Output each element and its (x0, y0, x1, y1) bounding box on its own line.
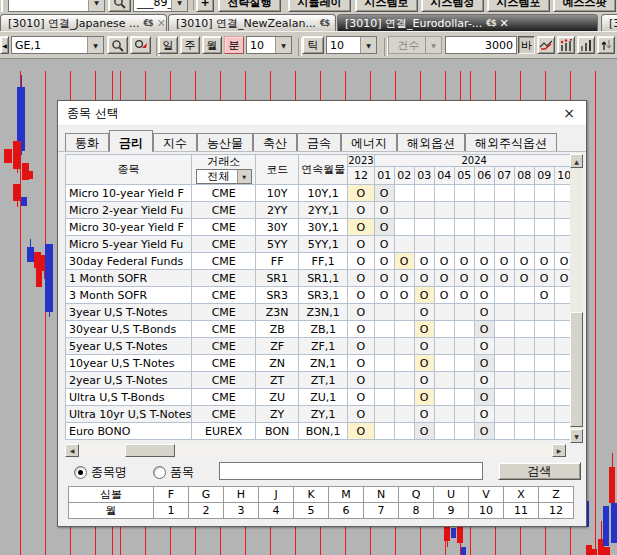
scroll-left-button[interactable]: ◀ (0, 36, 9, 54)
contract-name-cell[interactable]: 3 Month SOFR (66, 287, 192, 304)
continuous-cell[interactable]: SR1,1 (299, 270, 348, 287)
month-cell[interactable] (454, 338, 474, 355)
continuous-cell[interactable]: 30Y,1 (299, 219, 348, 236)
code-cell[interactable]: 30Y (256, 219, 299, 236)
month-cell[interactable] (434, 372, 454, 389)
month-cell[interactable] (534, 321, 554, 338)
category-tab-4[interactable]: 축산 (253, 133, 297, 151)
month-cell[interactable] (514, 389, 534, 406)
month-cell[interactable] (454, 304, 474, 321)
chevron-down-icon[interactable]: ▼ (88, 0, 104, 11)
month-cell[interactable] (454, 389, 474, 406)
contract-name-cell[interactable]: Micro 10-year Yield F (66, 185, 192, 202)
month-cell[interactable] (434, 321, 454, 338)
category-tab-6[interactable]: 에너지 (341, 133, 397, 151)
month-cell[interactable] (494, 389, 514, 406)
chevron-down-icon[interactable]: ▼ (171, 0, 187, 11)
month-cell[interactable] (394, 304, 414, 321)
month-cell[interactable]: O (348, 338, 374, 355)
month-cell[interactable]: O (414, 423, 434, 440)
month-cell[interactable]: O (454, 270, 474, 287)
month-cell[interactable] (374, 338, 394, 355)
month-cell[interactable]: O (414, 338, 434, 355)
month-cell[interactable]: O (348, 304, 374, 321)
month-cell[interactable]: O (374, 219, 394, 236)
code-cell[interactable]: 5YY (256, 236, 299, 253)
month-cell[interactable] (454, 202, 474, 219)
continuous-cell[interactable]: Z3N,1 (299, 304, 348, 321)
month-cell[interactable]: O (474, 321, 494, 338)
exchange-cell[interactable]: CME (192, 338, 256, 355)
exchange-cell[interactable]: CME (192, 202, 256, 219)
month-cell[interactable]: O (414, 321, 434, 338)
month-cell[interactable] (534, 338, 554, 355)
chevron-down-icon[interactable]: ▼ (237, 170, 251, 183)
month-cell[interactable]: O (474, 423, 494, 440)
top-toolbar-button-0[interactable]: 전략실행 (218, 0, 281, 12)
window-tab-1[interactable]: [3010] 연결_NewZealan...€$✕ (168, 14, 336, 31)
month-cell[interactable]: O (474, 355, 494, 372)
code-combo[interactable]: ___89_6 ▼ (133, 0, 188, 12)
month-cell[interactable] (534, 423, 554, 440)
month-cell[interactable] (434, 219, 454, 236)
code-cell[interactable]: 2YY (256, 202, 299, 219)
month-cell[interactable] (534, 372, 554, 389)
contract-name-cell[interactable]: Ultra 10yr U,S T-Notes (66, 406, 192, 423)
month-cell[interactable] (394, 355, 414, 372)
top-toolbar-button-2[interactable]: 시스템보 (355, 0, 418, 12)
contract-name-cell[interactable]: 5year U,S T-Notes (66, 338, 192, 355)
continuous-cell[interactable]: SR3,1 (299, 287, 348, 304)
chevron-down-icon[interactable]: ▼ (275, 37, 291, 53)
continuous-cell[interactable]: ZU,1 (299, 389, 348, 406)
window-tab-2[interactable]: [3010] 연결_Eurodollar-...€$✕ (337, 14, 598, 31)
month-cell[interactable]: O (474, 372, 494, 389)
month-cell[interactable] (434, 185, 454, 202)
top-toolbar-button-5[interactable]: 예스스팟 (553, 0, 616, 12)
month-cell[interactable] (534, 236, 554, 253)
code-cell[interactable]: ZT (256, 372, 299, 389)
code-cell[interactable]: ZU (256, 389, 299, 406)
month-cell[interactable] (414, 202, 434, 219)
month-cell[interactable] (514, 423, 534, 440)
month-cell[interactable] (374, 304, 394, 321)
trendline-tool-button[interactable] (537, 36, 555, 54)
scroll-up-icon[interactable]: ▲ (570, 154, 583, 168)
close-icon[interactable]: ✕ (157, 17, 166, 30)
month-cell[interactable] (434, 355, 454, 372)
exchange-cell[interactable]: CME (192, 355, 256, 372)
month-cell[interactable] (454, 219, 474, 236)
scroll-down-icon[interactable]: ▼ (570, 429, 583, 443)
month-cell[interactable]: O (534, 270, 554, 287)
exchange-cell[interactable]: CME (192, 406, 256, 423)
chevron-down-icon[interactable]: ▼ (360, 37, 376, 53)
month-cell[interactable]: O (348, 219, 374, 236)
month-cell[interactable] (434, 338, 454, 355)
month-cell[interactable]: O (474, 270, 494, 287)
month-cell[interactable]: O (374, 253, 394, 270)
month-cell[interactable] (374, 321, 394, 338)
contract-name-cell[interactable]: 2year U,S T-Notes (66, 372, 192, 389)
month-cell[interactable] (394, 219, 414, 236)
month-cell[interactable] (474, 185, 494, 202)
period-button-3[interactable]: 분 (224, 36, 244, 54)
month-cell[interactable] (394, 338, 414, 355)
exchange-cell[interactable]: EUREX (192, 423, 256, 440)
category-tab-2[interactable]: 지수 (153, 133, 197, 151)
continuous-cell[interactable]: ZF,1 (299, 338, 348, 355)
radio-symbol-name[interactable]: 종목명 (74, 464, 127, 481)
continuous-cell[interactable]: ZY,1 (299, 406, 348, 423)
chevron-down-icon[interactable]: ▼ (87, 37, 103, 53)
vertical-scrollbar[interactable]: ▲ ▼ (570, 154, 583, 443)
month-cell[interactable] (534, 355, 554, 372)
exchange-cell[interactable]: CME (192, 270, 256, 287)
month-cell[interactable]: O (474, 406, 494, 423)
dialog-title-bar[interactable]: 종목 선택 × (58, 101, 586, 126)
search-submit-button[interactable]: 검색 (498, 462, 581, 480)
month-cell[interactable] (394, 185, 414, 202)
bar-chart-button[interactable] (577, 36, 595, 54)
month-cell[interactable]: O (434, 287, 454, 304)
continuous-cell[interactable]: FF,1 (299, 253, 348, 270)
symbol-search-combo[interactable]: ▼ (8, 0, 105, 12)
period-button-2[interactable]: 월 (202, 36, 222, 54)
month-cell[interactable]: O (374, 236, 394, 253)
